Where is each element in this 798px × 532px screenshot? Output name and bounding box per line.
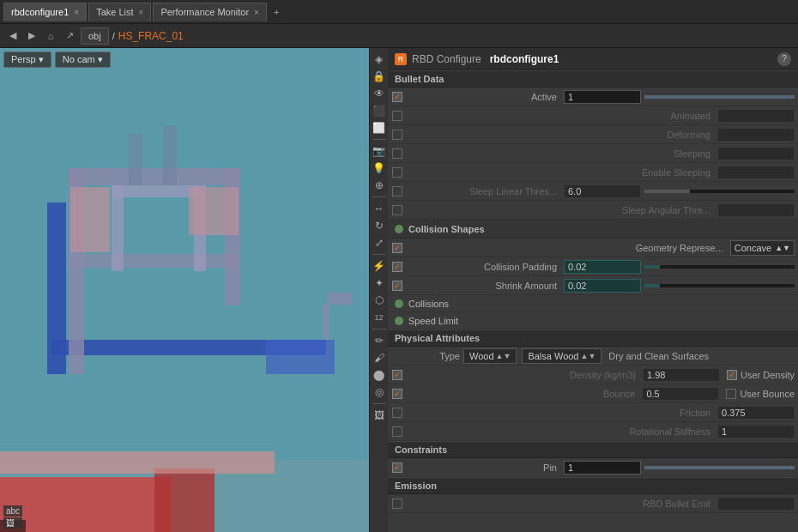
sleep-linear-value[interactable]: 6.0 xyxy=(564,184,641,198)
abc-icon[interactable]: abc xyxy=(3,505,22,517)
pin-value[interactable]: 1 xyxy=(564,461,641,475)
pin-checkbox[interactable] xyxy=(391,462,403,474)
active-slider[interactable] xyxy=(644,95,795,99)
sleep-linear-slider[interactable] xyxy=(644,190,795,193)
spray-icon[interactable]: ◎ xyxy=(372,384,387,400)
shrink-amount-slider[interactable] xyxy=(644,284,795,287)
number-icon[interactable]: 12 xyxy=(372,310,387,325)
render-icon[interactable]: ⬜ xyxy=(372,120,387,136)
toolbar: ◀ ▶ ⌂ ↗ obj / HS_FRAC_01 xyxy=(0,24,798,48)
tab-performance-monitor[interactable]: Performance Monitor × xyxy=(153,3,267,21)
geom-rep-checkbox[interactable] xyxy=(391,242,403,254)
soft-icon[interactable]: ⬡ xyxy=(372,293,387,308)
sleeping-value[interactable] xyxy=(717,147,795,160)
rot-stiffness-label: Rotational Stiffness xyxy=(407,426,717,437)
sleep-angular-checkbox[interactable] xyxy=(391,204,403,216)
tab-take-list[interactable]: Take List × xyxy=(88,3,151,21)
lock-icon[interactable]: 🔒 xyxy=(372,69,387,84)
select-icon[interactable]: ◈ xyxy=(372,51,387,67)
rot-stiffness-checkbox[interactable] xyxy=(391,426,403,438)
active-checkbox[interactable] xyxy=(391,91,403,103)
density-checkbox[interactable] xyxy=(391,369,403,381)
svg-rect-8 xyxy=(69,254,240,268)
type-dropdown-arrow2: ▲▼ xyxy=(580,352,595,360)
type-dropdown-wood[interactable]: Wood ▲▼ xyxy=(463,348,517,364)
friction-checkbox[interactable] xyxy=(391,407,403,419)
pivot-icon[interactable]: ✦ xyxy=(372,275,387,291)
home-icon[interactable]: ⌂ xyxy=(43,28,58,44)
brush-icon[interactable]: ✏ xyxy=(372,333,387,348)
geom-rep-dropdown[interactable]: Concave ▲▼ xyxy=(730,240,795,256)
persp-button[interactable]: Persp ▾ xyxy=(3,51,51,68)
pin-slider[interactable] xyxy=(644,466,795,469)
image-icon[interactable]: 🖼 xyxy=(3,517,22,529)
deforming-label: Deforming xyxy=(407,130,717,140)
snap-icon[interactable]: ⊕ xyxy=(372,178,387,193)
transform-icon[interactable]: ↔ xyxy=(372,201,387,216)
eye-icon[interactable]: 👁 xyxy=(372,86,387,101)
back-icon[interactable]: ◀ xyxy=(5,28,21,44)
collisions-dot[interactable] xyxy=(395,299,403,308)
tab-add-button[interactable]: + xyxy=(269,5,284,19)
tab-close-take-list[interactable]: × xyxy=(139,8,144,17)
bookmark-icon[interactable]: ↗ xyxy=(62,28,77,44)
sleep-angular-value[interactable] xyxy=(717,203,795,217)
animated-checkbox[interactable] xyxy=(391,110,403,122)
node-header: R RBD Configure rbdconfigure1 ? xyxy=(388,48,798,70)
rbd-bullet-emit-checkbox[interactable] xyxy=(391,498,403,510)
shrink-amount-value[interactable]: 0.02 xyxy=(564,279,641,293)
svg-rect-19 xyxy=(154,469,215,532)
speed-limit-dot[interactable] xyxy=(395,317,403,325)
rbd-bullet-emit-label: RBD Bullet Emit xyxy=(407,499,717,509)
scale-icon[interactable]: ⤢ xyxy=(372,235,387,251)
breadcrumb-current: HS_FRAC_01 xyxy=(118,30,184,42)
viewport[interactable]: Persp ▾ No cam ▾ xyxy=(0,48,369,532)
user-bounce-checkbox[interactable] xyxy=(726,389,736,399)
image2-icon[interactable]: 🖼 xyxy=(372,408,387,423)
friction-value[interactable]: 0.375 xyxy=(717,406,795,420)
user-density-checkbox[interactable] xyxy=(727,370,737,380)
shrink-amount-checkbox[interactable] xyxy=(391,280,403,292)
enable-sleeping-checkbox[interactable] xyxy=(391,166,403,178)
light-icon[interactable]: 💡 xyxy=(372,160,387,176)
deforming-value[interactable] xyxy=(717,128,795,142)
right-toolbar: ◈ 🔒 👁 ⬛ ⬜ 📷 💡 ⊕ ↔ ↻ ⤢ ⚡ ✦ ⬡ 12 ✏ 🖌 ⬤ ◎ 🖼 xyxy=(369,48,388,532)
active-value[interactable]: 1 xyxy=(564,90,641,104)
viewport-toolbar: Persp ▾ No cam ▾ xyxy=(3,51,111,68)
camera-icon[interactable]: 📷 xyxy=(372,143,387,159)
animated-value[interactable] xyxy=(717,109,795,123)
svg-rect-4 xyxy=(266,340,335,374)
tab-rbdconfigure1[interactable]: rbdconfigure1 × xyxy=(3,3,87,21)
collision-padding-slider[interactable] xyxy=(644,265,795,269)
bounce-checkbox[interactable] xyxy=(391,388,403,400)
rbd-bullet-emit-value[interactable] xyxy=(717,497,795,511)
tab-close-perf[interactable]: × xyxy=(254,8,259,17)
rotate-icon[interactable]: ↻ xyxy=(372,218,387,233)
deforming-checkbox[interactable] xyxy=(391,129,403,141)
collision-padding-value[interactable]: 0.02 xyxy=(564,260,641,274)
eraser-icon[interactable]: ⬤ xyxy=(372,367,387,383)
bullet-data-header: Bullet Data xyxy=(388,70,798,88)
tab-close-rbdconfigure1[interactable]: × xyxy=(74,8,79,17)
rot-stiffness-value[interactable]: 1 xyxy=(717,425,795,438)
obj-button[interactable]: obj xyxy=(81,27,109,45)
emission-header: Emission xyxy=(388,477,798,494)
help-button[interactable]: ? xyxy=(777,52,791,66)
type-dropdown-balsa[interactable]: Balsa Wood ▲▼ xyxy=(522,348,602,364)
density-value[interactable]: 1.98 xyxy=(643,368,720,382)
prop-row-animated: Animated xyxy=(388,106,798,125)
svg-rect-12 xyxy=(70,187,110,252)
paint-icon[interactable]: 🖌 xyxy=(372,350,387,366)
node-title-name: rbdconfigure1 xyxy=(490,53,559,65)
bounce-value[interactable]: 0.5 xyxy=(642,387,719,401)
collision-padding-checkbox[interactable] xyxy=(391,261,403,273)
prop-row-sleeping: Sleeping xyxy=(388,144,798,163)
enable-sleeping-value[interactable] xyxy=(717,166,795,179)
display-icon[interactable]: ⬛ xyxy=(372,103,387,118)
magnet-icon[interactable]: ⚡ xyxy=(372,258,387,274)
sleeping-checkbox[interactable] xyxy=(391,148,403,160)
sleep-linear-checkbox[interactable] xyxy=(391,185,403,197)
forward-icon[interactable]: ▶ xyxy=(24,28,39,44)
tab-bar: rbdconfigure1 × Take List × Performance … xyxy=(0,0,798,24)
no-cam-button[interactable]: No cam ▾ xyxy=(55,51,111,68)
